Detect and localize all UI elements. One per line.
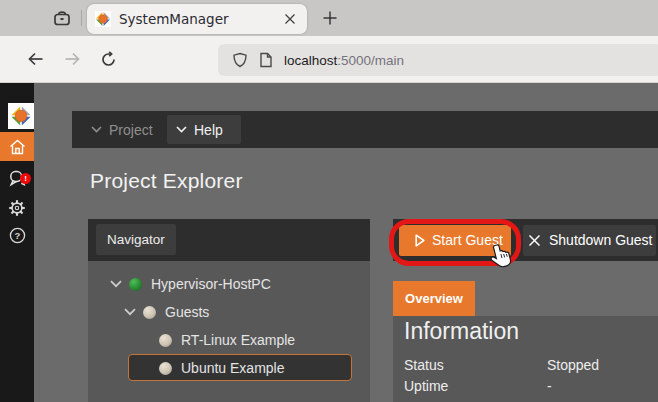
url-path: :5000/main: [337, 53, 404, 68]
tab-overview[interactable]: Overview: [393, 281, 475, 316]
shutdown-guest-button[interactable]: Shutdown Guest: [523, 225, 656, 256]
info-row-uptime: Uptime-: [404, 378, 654, 394]
status-orb-online: [129, 278, 142, 291]
menu-help[interactable]: Help: [167, 115, 241, 144]
sidebar-item-settings[interactable]: [0, 193, 34, 222]
back-icon[interactable]: [22, 45, 50, 73]
firefox-view-icon[interactable]: [50, 7, 74, 29]
menu-help-label: Help: [194, 122, 223, 138]
tree-item-label: RT-Linux Example: [181, 332, 295, 348]
tree-item-guests[interactable]: Guests: [88, 299, 370, 325]
browser-tab[interactable]: SystemManager: [87, 4, 307, 34]
info-label: Uptime: [404, 378, 547, 394]
tab-separator: [81, 10, 82, 26]
app-sidebar: ! ?: [0, 83, 34, 402]
url-text: localhost:5000/main: [284, 53, 404, 68]
url-bar[interactable]: localhost:5000/main: [218, 44, 658, 76]
menu-project[interactable]: Project: [82, 115, 171, 144]
status-orb-offline: [159, 334, 172, 347]
reload-icon[interactable]: [94, 45, 122, 73]
tree-item-label: Ubuntu Example: [181, 360, 285, 376]
information-panel: Information StatusStopped Uptime-: [393, 316, 658, 402]
app-logo-icon: [8, 103, 34, 129]
svg-text:?: ?: [14, 230, 20, 241]
close-x-icon: [528, 234, 541, 247]
browser-window: SystemManager: [0, 0, 658, 402]
sidebar-item-messages[interactable]: !: [0, 163, 34, 192]
chevron-down-icon[interactable]: [124, 308, 136, 316]
app-favicon-icon: [95, 11, 111, 27]
guest-actions-toolbar: Start Guest Shutdown Guest: [393, 219, 658, 261]
shutdown-guest-label: Shutdown Guest: [549, 232, 653, 248]
tree-item-label: Guests: [165, 304, 209, 320]
info-value: -: [547, 378, 552, 394]
navigator-tab[interactable]: Navigator: [96, 224, 176, 255]
tab-strip: SystemManager: [0, 0, 658, 36]
new-tab-icon[interactable]: [318, 7, 342, 29]
sidebar-item-home[interactable]: [0, 132, 34, 161]
chevron-down-icon: [91, 126, 102, 133]
menu-bar: Project Help: [72, 111, 658, 148]
play-icon: [415, 234, 425, 247]
forward-icon[interactable]: [58, 45, 86, 73]
navigator-header: Navigator: [88, 219, 370, 261]
status-orb-offline: [159, 362, 172, 375]
menu-project-label: Project: [109, 122, 153, 138]
tree-item-hypervisor[interactable]: Hypervisor-HostPC: [88, 271, 370, 297]
shield-icon[interactable]: [230, 50, 250, 70]
info-value: Stopped: [547, 357, 599, 373]
information-title: Information: [404, 318, 519, 345]
tree-item-rtlinux[interactable]: RT-Linux Example: [88, 327, 370, 353]
tab-title: SystemManager: [119, 11, 278, 27]
tree-item-label: Hypervisor-HostPC: [151, 276, 271, 292]
tree-item-ubuntu[interactable]: Ubuntu Example: [88, 355, 370, 381]
info-row-status: StatusStopped: [404, 357, 654, 373]
notification-badge: !: [20, 173, 31, 184]
navigator-panel: Navigator Hypervisor-HostPC: [88, 219, 370, 402]
chevron-down-icon: [176, 126, 187, 133]
tab-close-icon[interactable]: [278, 7, 302, 31]
url-host: localhost: [284, 53, 337, 68]
status-orb-offline: [143, 306, 156, 319]
navigator-tree: Hypervisor-HostPC Guests RT-Linux Exampl…: [88, 261, 370, 402]
app-page: Project Help Project Explorer Navigator: [34, 83, 658, 402]
sidebar-item-help[interactable]: ?: [0, 221, 34, 250]
navigation-toolbar: localhost:5000/main: [0, 36, 658, 83]
chevron-down-icon[interactable]: [110, 280, 122, 288]
page-title: Project Explorer: [90, 169, 243, 193]
cursor-pointer-icon: [490, 243, 512, 270]
info-label: Status: [404, 357, 547, 373]
page-info-icon[interactable]: [256, 50, 276, 70]
page-viewport: ! ?: [0, 83, 658, 402]
